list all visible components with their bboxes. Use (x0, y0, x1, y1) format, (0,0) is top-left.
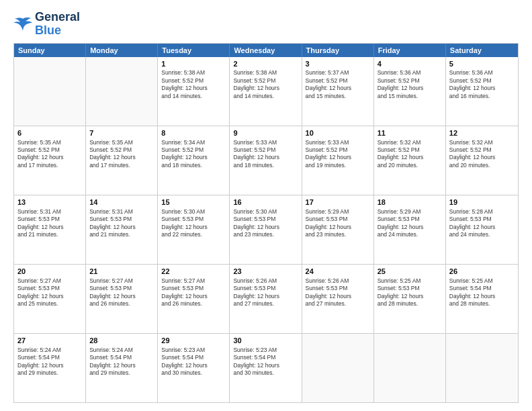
cell-info: Sunrise: 5:25 AM Sunset: 5:53 PM Dayligh… (378, 277, 442, 308)
calendar-cell: 13Sunrise: 5:31 AM Sunset: 5:53 PM Dayli… (14, 195, 86, 264)
day-number: 10 (306, 128, 370, 138)
calendar-cell (302, 334, 374, 402)
day-number: 29 (161, 336, 226, 346)
cell-info: Sunrise: 5:27 AM Sunset: 5:53 PM Dayligh… (161, 277, 226, 308)
day-number: 21 (89, 267, 154, 277)
cell-info: Sunrise: 5:25 AM Sunset: 5:54 PM Dayligh… (449, 277, 515, 308)
calendar-cell: 30Sunrise: 5:23 AM Sunset: 5:54 PM Dayli… (230, 334, 302, 402)
cell-info: Sunrise: 5:27 AM Sunset: 5:53 PM Dayligh… (89, 277, 154, 308)
day-number: 17 (306, 197, 370, 208)
calendar-cell: 17Sunrise: 5:29 AM Sunset: 5:53 PM Dayli… (302, 195, 374, 264)
day-number: 9 (233, 128, 298, 138)
day-number: 20 (17, 267, 82, 277)
header: General Blue (13, 11, 519, 38)
cell-info: Sunrise: 5:35 AM Sunset: 5:52 PM Dayligh… (17, 139, 82, 170)
calendar-cell: 9Sunrise: 5:33 AM Sunset: 5:52 PM Daylig… (230, 126, 302, 195)
day-number: 3 (306, 59, 370, 69)
cell-info: Sunrise: 5:37 AM Sunset: 5:52 PM Dayligh… (306, 69, 370, 100)
cell-info: Sunrise: 5:29 AM Sunset: 5:53 PM Dayligh… (306, 208, 370, 239)
header-cell-monday: Monday (86, 44, 158, 57)
day-number: 24 (306, 267, 370, 277)
calendar-cell: 7Sunrise: 5:35 AM Sunset: 5:52 PM Daylig… (86, 126, 158, 195)
cell-info: Sunrise: 5:33 AM Sunset: 5:52 PM Dayligh… (306, 139, 370, 170)
cell-info: Sunrise: 5:35 AM Sunset: 5:52 PM Dayligh… (89, 139, 154, 170)
calendar-cell: 12Sunrise: 5:32 AM Sunset: 5:52 PM Dayli… (446, 126, 518, 195)
cell-info: Sunrise: 5:30 AM Sunset: 5:53 PM Dayligh… (161, 208, 226, 239)
header-cell-sunday: Sunday (14, 44, 86, 57)
logo-icon (13, 16, 32, 32)
day-number: 30 (233, 336, 298, 346)
cell-info: Sunrise: 5:24 AM Sunset: 5:54 PM Dayligh… (17, 347, 82, 377)
cell-info: Sunrise: 5:32 AM Sunset: 5:52 PM Dayligh… (378, 139, 442, 170)
calendar-cell: 18Sunrise: 5:29 AM Sunset: 5:53 PM Dayli… (374, 195, 446, 264)
calendar-row-2: 13Sunrise: 5:31 AM Sunset: 5:53 PM Dayli… (14, 195, 518, 264)
day-number: 27 (17, 336, 82, 346)
day-number: 11 (378, 128, 442, 138)
calendar-cell: 4Sunrise: 5:36 AM Sunset: 5:52 PM Daylig… (374, 57, 446, 126)
calendar-row-4: 27Sunrise: 5:24 AM Sunset: 5:54 PM Dayli… (14, 333, 518, 402)
cell-info: Sunrise: 5:31 AM Sunset: 5:53 PM Dayligh… (17, 208, 82, 239)
calendar-cell: 26Sunrise: 5:25 AM Sunset: 5:54 PM Dayli… (446, 265, 518, 333)
cell-info: Sunrise: 5:28 AM Sunset: 5:53 PM Dayligh… (449, 208, 515, 239)
cell-info: Sunrise: 5:31 AM Sunset: 5:53 PM Dayligh… (89, 208, 154, 239)
calendar-cell: 27Sunrise: 5:24 AM Sunset: 5:54 PM Dayli… (14, 334, 86, 402)
cell-info: Sunrise: 5:32 AM Sunset: 5:52 PM Dayligh… (449, 139, 515, 170)
day-number: 28 (89, 336, 154, 346)
calendar-cell: 5Sunrise: 5:36 AM Sunset: 5:52 PM Daylig… (446, 57, 518, 126)
calendar-row-1: 6Sunrise: 5:35 AM Sunset: 5:52 PM Daylig… (14, 126, 518, 195)
day-number: 2 (233, 59, 298, 69)
calendar-cell: 11Sunrise: 5:32 AM Sunset: 5:52 PM Dayli… (374, 126, 446, 195)
day-number: 4 (378, 59, 442, 69)
calendar-cell: 21Sunrise: 5:27 AM Sunset: 5:53 PM Dayli… (86, 265, 158, 333)
header-cell-saturday: Saturday (446, 44, 518, 57)
header-cell-wednesday: Wednesday (230, 44, 302, 57)
calendar-cell: 25Sunrise: 5:25 AM Sunset: 5:53 PM Dayli… (374, 265, 446, 333)
header-cell-thursday: Thursday (302, 44, 374, 57)
day-number: 19 (449, 197, 515, 208)
calendar-cell: 16Sunrise: 5:30 AM Sunset: 5:53 PM Dayli… (230, 195, 302, 264)
calendar-cell: 23Sunrise: 5:26 AM Sunset: 5:53 PM Dayli… (230, 265, 302, 333)
cell-info: Sunrise: 5:29 AM Sunset: 5:53 PM Dayligh… (378, 208, 442, 239)
cell-info: Sunrise: 5:27 AM Sunset: 5:53 PM Dayligh… (17, 277, 82, 308)
calendar-cell: 1Sunrise: 5:38 AM Sunset: 5:52 PM Daylig… (158, 57, 230, 126)
calendar-cell (446, 334, 518, 402)
logo-text-blue: Blue (35, 24, 80, 38)
calendar-cell: 6Sunrise: 5:35 AM Sunset: 5:52 PM Daylig… (14, 126, 86, 195)
calendar-cell (86, 57, 158, 126)
day-number: 6 (17, 128, 82, 138)
cell-info: Sunrise: 5:34 AM Sunset: 5:52 PM Dayligh… (161, 139, 226, 170)
calendar-row-3: 20Sunrise: 5:27 AM Sunset: 5:53 PM Dayli… (14, 264, 518, 333)
calendar-row-0: 1Sunrise: 5:38 AM Sunset: 5:52 PM Daylig… (14, 57, 518, 126)
cell-info: Sunrise: 5:26 AM Sunset: 5:53 PM Dayligh… (233, 277, 298, 308)
day-number: 12 (449, 128, 515, 138)
cell-info: Sunrise: 5:38 AM Sunset: 5:52 PM Dayligh… (161, 69, 226, 100)
day-number: 13 (17, 197, 82, 208)
day-number: 25 (378, 267, 442, 277)
page: General Blue SundayMondayTuesdayWednesda… (0, 0, 532, 411)
cell-info: Sunrise: 5:33 AM Sunset: 5:52 PM Dayligh… (233, 139, 298, 170)
day-number: 18 (378, 197, 442, 208)
day-number: 8 (161, 128, 226, 138)
day-number: 23 (233, 267, 298, 277)
day-number: 26 (449, 267, 515, 277)
calendar-body: 1Sunrise: 5:38 AM Sunset: 5:52 PM Daylig… (14, 57, 518, 402)
calendar-cell: 14Sunrise: 5:31 AM Sunset: 5:53 PM Dayli… (86, 195, 158, 264)
logo-text-general: General (35, 11, 80, 24)
day-number: 22 (161, 267, 226, 277)
logo: General Blue (13, 11, 80, 38)
calendar-cell: 8Sunrise: 5:34 AM Sunset: 5:52 PM Daylig… (158, 126, 230, 195)
calendar-cell: 15Sunrise: 5:30 AM Sunset: 5:53 PM Dayli… (158, 195, 230, 264)
calendar-cell: 2Sunrise: 5:38 AM Sunset: 5:52 PM Daylig… (230, 57, 302, 126)
calendar-cell: 22Sunrise: 5:27 AM Sunset: 5:53 PM Dayli… (158, 265, 230, 333)
calendar-cell: 29Sunrise: 5:23 AM Sunset: 5:54 PM Dayli… (158, 334, 230, 402)
calendar-cell: 19Sunrise: 5:28 AM Sunset: 5:53 PM Dayli… (446, 195, 518, 264)
day-number: 5 (449, 59, 515, 69)
calendar-cell: 28Sunrise: 5:24 AM Sunset: 5:54 PM Dayli… (86, 334, 158, 402)
header-cell-friday: Friday (374, 44, 446, 57)
calendar: SundayMondayTuesdayWednesdayThursdayFrid… (13, 43, 519, 403)
calendar-header: SundayMondayTuesdayWednesdayThursdayFrid… (14, 44, 518, 57)
calendar-cell (374, 334, 446, 402)
calendar-cell: 3Sunrise: 5:37 AM Sunset: 5:52 PM Daylig… (302, 57, 374, 126)
day-number: 16 (233, 197, 298, 208)
calendar-cell: 10Sunrise: 5:33 AM Sunset: 5:52 PM Dayli… (302, 126, 374, 195)
